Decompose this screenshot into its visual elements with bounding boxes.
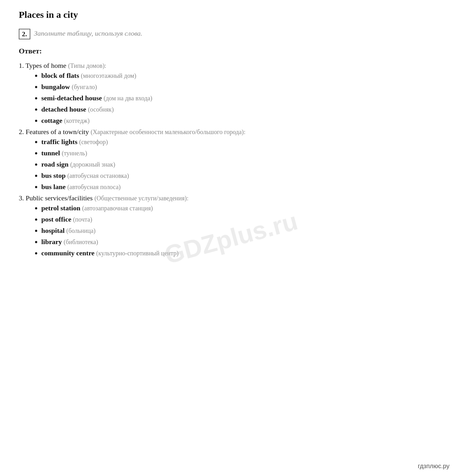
item-en: community centre <box>41 249 94 257</box>
item-ru: (автобусная полоса) <box>67 183 121 190</box>
list-item: detached house (особняк) <box>41 105 443 113</box>
task-instruction: Заполните таблицу, используя слова. <box>34 29 143 38</box>
item-ru: (коттедж) <box>64 117 90 124</box>
item-ru: (библиотека) <box>64 238 98 245</box>
item-ru: (туннель) <box>62 150 87 157</box>
section-2-items: traffic lights (светофор)tunnel (туннель… <box>19 138 443 191</box>
list-item: semi-detached house (дом на два входа) <box>41 94 443 102</box>
item-en: cottage <box>41 117 62 124</box>
section-1-ru: (Типы домов): <box>68 62 106 69</box>
section-1-items: block of flats (многоэтажный дом)bungalo… <box>19 72 443 125</box>
item-ru: (больница) <box>66 227 95 234</box>
item-ru: (бунгало) <box>72 83 97 90</box>
item-en: tunnel <box>41 149 60 157</box>
list-item: hospital (больница) <box>41 227 443 235</box>
item-ru: (особняк) <box>88 106 114 113</box>
task-number: 2. <box>19 29 30 39</box>
item-en: traffic lights <box>41 138 77 146</box>
list-item: block of flats (многоэтажный дом) <box>41 72 443 80</box>
item-en: detached house <box>41 105 86 113</box>
section-3-items: petrol station (автозаправочная станция)… <box>19 204 443 257</box>
section-2: 2. Features of a town/city (Характерные … <box>19 128 443 191</box>
item-en: petrol station <box>41 204 80 212</box>
section-2-ru: (Характерные особенности маленького/боль… <box>91 128 246 135</box>
content-area: 1. Types of home (Типы домов):block of f… <box>19 62 443 257</box>
item-en: semi-detached house <box>41 94 102 102</box>
item-ru: (культурно-спортивный центр) <box>96 250 179 257</box>
list-item: community centre (культурно-спортивный ц… <box>41 249 443 257</box>
item-ru: (автозаправочная станция) <box>82 205 153 212</box>
item-ru: (почта) <box>73 216 92 223</box>
section-2-en: 2. Features of a town/city <box>19 128 89 136</box>
list-item: cottage (коттедж) <box>41 117 443 125</box>
item-en: bus lane <box>41 183 66 191</box>
section-3: 3. Public services/facilities (Обществен… <box>19 194 443 257</box>
section-3-en: 3. Public services/facilities <box>19 194 93 202</box>
answer-label: Ответ: <box>19 47 443 55</box>
item-ru: (дом на два входа) <box>104 95 152 102</box>
list-item: petrol station (автозаправочная станция) <box>41 204 443 212</box>
item-en: block of flats <box>41 72 79 79</box>
page-title: Places in a city <box>19 9 443 20</box>
item-en: library <box>41 238 62 246</box>
list-item: post office (почта) <box>41 215 443 223</box>
section-3-header: 3. Public services/facilities (Обществен… <box>19 194 443 202</box>
list-item: bus stop (автобусная остановка) <box>41 172 443 180</box>
section-2-header: 2. Features of a town/city (Характерные … <box>19 128 443 136</box>
item-ru: (многоэтажный дом) <box>81 72 136 79</box>
section-1-header: 1. Types of home (Типы домов): <box>19 62 443 70</box>
item-ru: (дорожный знак) <box>70 161 115 168</box>
item-ru: (автобусная остановка) <box>67 172 129 179</box>
task-row: 2. Заполните таблицу, используя слова. <box>19 29 443 39</box>
list-item: traffic lights (светофор) <box>41 138 443 146</box>
site-label: гдзплюс.ру <box>418 463 449 470</box>
item-en: road sign <box>41 160 69 168</box>
list-item: road sign (дорожный знак) <box>41 160 443 168</box>
list-item: bungalow (бунгало) <box>41 83 443 91</box>
list-item: tunnel (туннель) <box>41 149 443 157</box>
section-1: 1. Types of home (Типы домов):block of f… <box>19 62 443 125</box>
section-1-en: 1. Types of home <box>19 62 66 69</box>
item-en: hospital <box>41 227 65 234</box>
list-item: bus lane (автобусная полоса) <box>41 183 443 191</box>
item-en: bus stop <box>41 172 66 179</box>
section-3-ru: (Общественные услуги/заведения): <box>94 195 189 202</box>
item-ru: (светофор) <box>79 138 108 145</box>
item-en: bungalow <box>41 83 70 91</box>
item-en: post office <box>41 215 71 223</box>
list-item: library (библиотека) <box>41 238 443 246</box>
